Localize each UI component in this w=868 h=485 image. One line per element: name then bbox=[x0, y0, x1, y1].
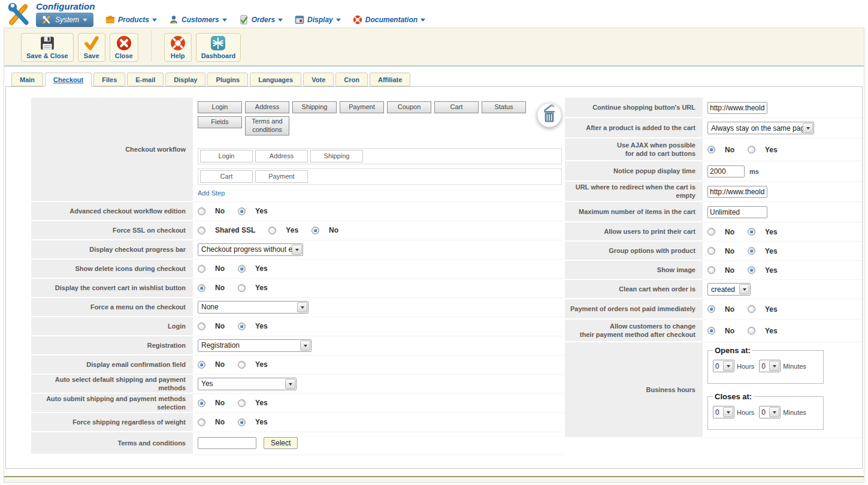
menu-display[interactable]: Display bbox=[295, 15, 341, 25]
form-row: Advanced checkout workflow edition No Ye… bbox=[31, 202, 563, 221]
step-address[interactable]: Address bbox=[255, 150, 308, 162]
menu-customers[interactable]: Customers bbox=[169, 15, 227, 25]
field-label-line2: their payment method after checkout bbox=[568, 330, 695, 339]
opens-hours-select[interactable]: 0 bbox=[713, 360, 734, 372]
registration-select[interactable]: Registration bbox=[198, 339, 311, 352]
tab-vote[interactable]: Vote bbox=[303, 73, 334, 86]
workflow-block-payment[interactable]: Payment bbox=[340, 101, 384, 113]
radio-no[interactable] bbox=[707, 247, 715, 255]
step-shipping[interactable]: Shipping bbox=[310, 150, 363, 162]
radio-yes[interactable] bbox=[268, 227, 276, 234]
max-cart-items-input[interactable] bbox=[707, 206, 767, 218]
step-payment[interactable]: Payment bbox=[255, 170, 308, 183]
form-row: Login No Yes bbox=[31, 317, 563, 336]
radio-no[interactable] bbox=[707, 228, 715, 236]
save-and-close-label: Save & Close bbox=[26, 52, 68, 59]
workflow-block-address[interactable]: Address bbox=[245, 101, 289, 113]
radio-no[interactable] bbox=[198, 399, 205, 407]
workflow-block-login[interactable]: Login bbox=[198, 101, 242, 113]
radio-no[interactable] bbox=[707, 146, 715, 153]
tab-affiliate[interactable]: Affiliate bbox=[370, 73, 410, 86]
radio-no[interactable] bbox=[198, 284, 205, 292]
radio-no-label: No bbox=[215, 284, 225, 292]
save-button[interactable]: Save bbox=[78, 33, 105, 62]
force-menu-select[interactable]: None bbox=[198, 301, 309, 314]
field-label: Auto select default shipping and payment… bbox=[31, 375, 193, 394]
menu-system[interactable]: System bbox=[36, 13, 93, 27]
menu-products[interactable]: Products bbox=[105, 15, 157, 25]
menu-orders[interactable]: Orders bbox=[239, 15, 283, 25]
menu-documentation[interactable]: Documentation bbox=[353, 15, 425, 25]
radio-yes[interactable] bbox=[748, 228, 755, 236]
radio-yes-label: Yes bbox=[765, 228, 778, 236]
tab-plugins[interactable]: Plugins bbox=[207, 73, 248, 86]
empty-cart-redirect-url-input[interactable] bbox=[707, 186, 767, 198]
tab-files[interactable]: Files bbox=[93, 73, 125, 86]
field-label: Notice popup display time bbox=[565, 161, 703, 182]
radio-no-label: No bbox=[725, 266, 734, 275]
radio-yes[interactable] bbox=[238, 323, 246, 330]
workflow-block-cart[interactable]: Cart bbox=[434, 101, 479, 113]
radio-no[interactable] bbox=[198, 418, 205, 426]
tab-checkout[interactable]: Checkout bbox=[45, 73, 92, 87]
after-add-to-cart-select[interactable]: Always stay on the same page bbox=[707, 122, 814, 134]
progress-bar-select[interactable]: Checkout progress without end bbox=[198, 243, 303, 256]
radio-yes[interactable] bbox=[238, 265, 246, 273]
radio-yes[interactable] bbox=[238, 399, 246, 407]
closes-minutes-select[interactable]: 0 bbox=[759, 406, 781, 418]
radio-no[interactable] bbox=[198, 265, 205, 273]
workflow-block-shipping[interactable]: Shipping bbox=[292, 101, 337, 113]
help-button[interactable]: Help bbox=[164, 33, 192, 62]
workflow-block-status[interactable]: Status bbox=[482, 101, 526, 113]
radio-shared-ssl[interactable] bbox=[198, 227, 205, 234]
tab-languages[interactable]: Languages bbox=[250, 73, 301, 86]
radio-yes[interactable] bbox=[748, 266, 755, 274]
radio-no[interactable] bbox=[198, 207, 205, 215]
menu-products-label: Products bbox=[118, 16, 149, 24]
radio-yes[interactable] bbox=[748, 305, 755, 313]
close-button[interactable]: Close bbox=[110, 33, 138, 62]
terms-select-button[interactable]: Select bbox=[264, 437, 298, 449]
chevron-down-icon bbox=[769, 361, 779, 371]
chevron-down-icon bbox=[222, 19, 227, 24]
terms-input[interactable] bbox=[198, 437, 256, 449]
auto-select-methods-select[interactable]: Yes bbox=[198, 378, 297, 390]
radio-yes[interactable] bbox=[238, 284, 246, 292]
step-login[interactable]: Login bbox=[200, 150, 253, 162]
radio-no[interactable] bbox=[311, 227, 319, 234]
workflow-block-coupon[interactable]: Coupon bbox=[387, 101, 431, 113]
dashboard-button[interactable]: Dashboard bbox=[196, 33, 241, 62]
radio-no[interactable] bbox=[707, 305, 715, 313]
workflow-block-terms[interactable]: Terms and conditions bbox=[245, 116, 289, 135]
continue-shopping-url-input[interactable] bbox=[707, 102, 767, 114]
tab-display[interactable]: Display bbox=[165, 73, 205, 86]
clean-cart-select[interactable]: created bbox=[707, 283, 751, 296]
opens-minutes-select[interactable]: 0 bbox=[759, 360, 781, 372]
radio-no[interactable] bbox=[198, 361, 205, 369]
chevron-down-icon bbox=[292, 245, 302, 255]
radio-no[interactable] bbox=[198, 323, 205, 330]
radio-no[interactable] bbox=[707, 327, 715, 335]
radio-yes[interactable] bbox=[748, 146, 755, 153]
workflow-block-fields[interactable]: Fields bbox=[198, 116, 242, 128]
radio-yes[interactable] bbox=[238, 418, 246, 426]
step-cart[interactable]: Cart bbox=[200, 170, 253, 183]
radio-yes[interactable] bbox=[748, 327, 755, 335]
tab-main[interactable]: Main bbox=[11, 73, 43, 86]
radio-no[interactable] bbox=[707, 266, 715, 274]
trash-icon[interactable] bbox=[537, 103, 562, 128]
radio-no-label: No bbox=[215, 399, 225, 407]
add-step-link[interactable]: Add Step bbox=[198, 189, 225, 197]
radio-no-label: No bbox=[215, 418, 225, 426]
notice-popup-time-input[interactable] bbox=[707, 165, 745, 177]
radio-yes[interactable] bbox=[238, 207, 246, 215]
closes-at-controls: 0 Hours 0 Minutes bbox=[713, 406, 818, 418]
save-and-close-button[interactable]: Save & Close bbox=[21, 33, 74, 62]
lifebuoy-icon bbox=[170, 35, 186, 51]
radio-yes[interactable] bbox=[748, 247, 755, 255]
tab-email[interactable]: E-mail bbox=[127, 73, 164, 86]
radio-yes[interactable] bbox=[238, 361, 246, 369]
left-column: Checkout workflow Login Address Shipping… bbox=[31, 98, 563, 455]
closes-hours-select[interactable]: 0 bbox=[713, 406, 734, 418]
tab-cron[interactable]: Cron bbox=[335, 73, 368, 86]
